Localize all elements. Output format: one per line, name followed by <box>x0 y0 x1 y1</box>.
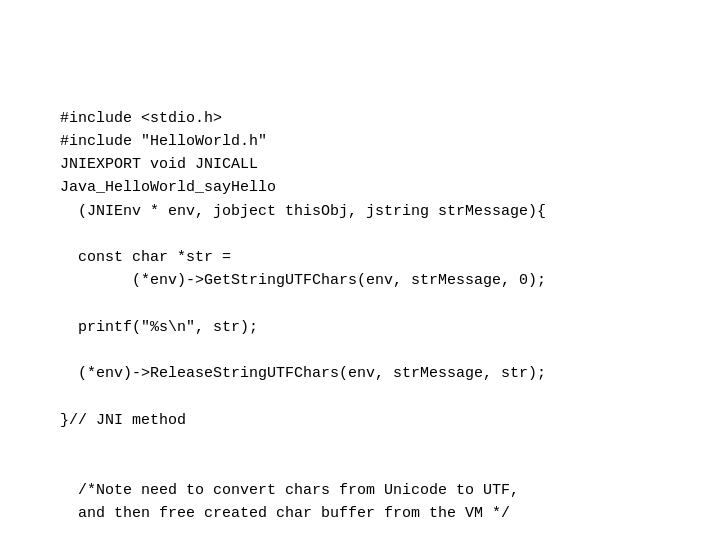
code-line-12 <box>60 386 670 409</box>
code-line-15 <box>60 455 670 478</box>
code-line-9: printf("%s\n", str); <box>60 316 670 339</box>
code-line-13: }// JNI method <box>60 409 670 432</box>
code-line-5 <box>60 223 670 246</box>
code-line-17: and then free created char buffer from t… <box>60 502 670 525</box>
code-line-11: (*env)->ReleaseStringUTFChars(env, strMe… <box>60 362 670 385</box>
code-line-0: #include <stdio.h> <box>60 107 670 130</box>
code-line-8 <box>60 293 670 316</box>
code-line-2: JNIEXPORT void JNICALL <box>60 153 670 176</box>
code-line-3: Java_HelloWorld_sayHello <box>60 176 670 199</box>
code-display: #include <stdio.h>#include "HelloWorld.h… <box>0 0 720 540</box>
code-line-10 <box>60 339 670 362</box>
code-line-6: const char *str = <box>60 246 670 269</box>
code-line-7: (*env)->GetStringUTFChars(env, strMessag… <box>60 269 670 292</box>
code-line-1: #include "HelloWorld.h" <box>60 130 670 153</box>
code-line-16: /*Note need to convert chars from Unicod… <box>60 479 670 502</box>
code-line-4: (JNIEnv * env, jobject thisObj, jstring … <box>60 200 670 223</box>
code-line-14 <box>60 432 670 455</box>
